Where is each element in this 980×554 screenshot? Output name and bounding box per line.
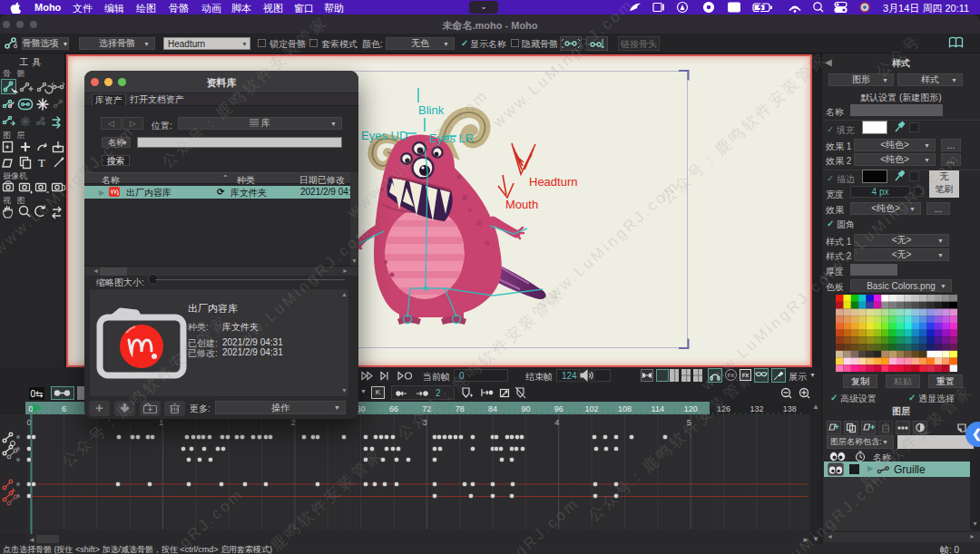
svg-text:拼: 拼 bbox=[730, 4, 738, 12]
svg-text:3: 3 bbox=[423, 418, 427, 427]
svg-text:0: 0 bbox=[28, 404, 33, 413]
svg-text:66: 66 bbox=[389, 404, 398, 413]
svg-text:96: 96 bbox=[554, 404, 564, 413]
svg-text:72: 72 bbox=[422, 404, 431, 413]
svg-text:1: 1 bbox=[159, 418, 163, 427]
svg-text:2: 2 bbox=[290, 418, 295, 427]
svg-text:▲: ▲ bbox=[812, 403, 819, 411]
svg-text:108: 108 bbox=[618, 404, 632, 413]
svg-text:120: 120 bbox=[684, 404, 698, 413]
svg-text:▼: ▼ bbox=[812, 535, 819, 543]
svg-text:84: 84 bbox=[488, 404, 497, 413]
svg-text:6: 6 bbox=[62, 404, 66, 413]
svg-text:138: 138 bbox=[783, 404, 797, 413]
svg-text:132: 132 bbox=[750, 404, 763, 413]
svg-text:102: 102 bbox=[585, 404, 599, 413]
svg-text:90: 90 bbox=[521, 404, 530, 413]
svg-text:5: 5 bbox=[687, 418, 691, 427]
svg-text:►: ► bbox=[802, 536, 809, 544]
svg-text:4: 4 bbox=[554, 418, 559, 427]
svg-text:114: 114 bbox=[652, 404, 664, 413]
svg-text:78: 78 bbox=[456, 404, 465, 413]
svg-text:T: T bbox=[38, 156, 45, 170]
svg-text:◄: ◄ bbox=[28, 536, 35, 544]
svg-text:126: 126 bbox=[717, 404, 730, 413]
